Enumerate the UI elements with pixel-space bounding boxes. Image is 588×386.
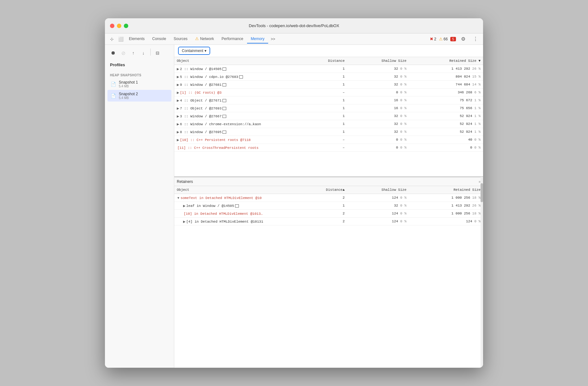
top-table-row[interactable]: ▶9 :: Window / @27681 1 32 0 % 744 684 1… — [174, 81, 483, 89]
tab-network[interactable]: ⚠ Network — [191, 34, 218, 44]
close-button[interactable] — [110, 24, 114, 28]
more-tabs-button[interactable]: >> — [268, 36, 278, 43]
cell-object: ▶2 :: Window / @14505 — [174, 65, 310, 73]
bottom-table-row[interactable]: ▶leaf in Window / @14505 1 32 0 % 1 413 … — [174, 202, 483, 210]
profiles-title: Profiles — [107, 61, 171, 68]
minimize-button[interactable] — [117, 24, 121, 28]
scrollbar-thumb[interactable] — [481, 183, 483, 202]
cell-distance: 1 — [310, 128, 347, 136]
col-retained-header[interactable]: Retained Size ▼ — [409, 57, 483, 65]
cell-retained: 1 413 292 26 % — [409, 65, 483, 73]
window-icon — [222, 67, 226, 71]
cell-retained: 124 0 % — [409, 218, 483, 225]
containment-dropdown[interactable]: Containment ▾ — [178, 47, 210, 55]
retainer-col-retained-header[interactable]: Retained Size — [409, 186, 483, 194]
cell-shallow: 32 0 % — [347, 65, 409, 73]
top-table-body: ▶2 :: Window / @14505 1 32 0 % 1 413 292… — [174, 65, 483, 152]
cell-retained: 804 024 15 % — [409, 73, 483, 81]
snapshot-2-item[interactable]: 📄 Snapshot 2 5.4 MB — [107, 90, 171, 102]
cell-retained: 75 656 1 % — [409, 104, 483, 112]
top-table-row[interactable]: ▶[1] :: (GC roots) @3 – 0 0 % 346 268 6 … — [174, 89, 483, 96]
info-badge[interactable]: 5 — [450, 37, 456, 41]
cell-shallow: 0 0 % — [347, 144, 409, 152]
devtools-window: DevTools - codepen.io/web-dot-dev/live/P… — [105, 18, 483, 368]
object-text: 3 :: Window / @27667 — [180, 114, 222, 118]
top-table-row[interactable]: [11] :: C++ CrossThreadPersistent roots … — [174, 144, 483, 152]
download-button[interactable]: ↓ — [139, 49, 148, 57]
retainer-col-shallow-header[interactable]: Shallow Size — [347, 186, 409, 194]
nav-tabs: ⊹ ⬜ Elements Console Sources ⚠ Network P… — [105, 33, 483, 45]
retainer-col-object-header: Object — [174, 186, 310, 194]
cell-shallow: 0 0 % — [347, 136, 409, 144]
object-text: leaf in Window / @14505 — [186, 204, 234, 208]
cell-distance: 1 — [310, 104, 347, 112]
upload-button[interactable]: ↑ — [129, 49, 138, 57]
cell-shallow: 32 0 % — [347, 202, 409, 210]
window-icon — [222, 83, 226, 86]
object-text: 8 :: Window / @27695 — [180, 130, 222, 134]
cell-shallow: 32 0 % — [347, 73, 409, 81]
cell-distance: 2 — [310, 194, 347, 202]
cell-distance: 1 — [310, 96, 347, 104]
scrollbar-track[interactable] — [481, 177, 483, 368]
cell-shallow: 16 0 % — [347, 104, 409, 112]
clear-button[interactable]: ⊟ — [153, 49, 162, 57]
cell-shallow: 124 0 % — [347, 194, 409, 202]
chevron-down-icon: ▾ — [205, 49, 206, 53]
expand-icon: ▶ — [177, 67, 179, 71]
top-table-row[interactable]: ▶[10] :: C++ Persistent roots @7118 – 0 … — [174, 136, 483, 144]
top-table-row[interactable]: ▶3 :: Window / @27667 1 32 0 % 52 924 1 … — [174, 112, 483, 120]
cell-object: ▶6 :: Window / chrome-extension://a…kaon — [174, 120, 310, 128]
cell-object: ▶[10] :: C++ Persistent roots @7118 — [174, 136, 310, 144]
col-distance-header[interactable]: Distance — [310, 57, 347, 65]
settings-icon[interactable]: ⚙ — [458, 35, 468, 43]
more-options-icon[interactable]: ⋮ — [470, 35, 481, 43]
record-button[interactable]: ⏺ — [109, 49, 118, 57]
top-table-row[interactable]: ▶4 :: Object / @27671 1 16 0 % 75 672 1 … — [174, 96, 483, 104]
top-table-row[interactable]: ▶7 :: Object / @27693 1 16 0 % 75 656 1 … — [174, 104, 483, 112]
tab-sources[interactable]: Sources — [170, 35, 191, 44]
fullscreen-button[interactable] — [124, 24, 128, 28]
col-shallow-header[interactable]: Shallow Size — [347, 57, 409, 65]
window-icon — [222, 99, 226, 102]
tab-performance[interactable]: Performance — [218, 35, 247, 44]
cell-retained: 346 268 6 % — [409, 89, 483, 96]
top-table-row[interactable]: ▶8 :: Window / @27695 1 32 0 % 52 924 1 … — [174, 128, 483, 136]
window-icon — [222, 131, 226, 134]
window-icon — [235, 204, 239, 208]
top-table-row[interactable]: ▶5 :: Window / cdpn.io @27683 1 32 0 % 8… — [174, 73, 483, 81]
sidebar: ⏺ ⊘ ↑ ↓ ⊟ Profiles HEAP SNAPSHOTS 📄 Snap… — [105, 45, 174, 368]
cell-distance: – — [310, 89, 347, 96]
cell-object: ▶8 :: Window / @27695 — [174, 128, 310, 136]
stop-button[interactable]: ⊘ — [119, 49, 128, 57]
cell-object: [10] in Detached HTMLDivElement @1013… — [174, 210, 310, 218]
sort-desc-icon: ▼ — [478, 59, 481, 63]
top-table-row[interactable]: ▶6 :: Window / chrome-extension://a…kaon… — [174, 120, 483, 128]
top-table-row[interactable]: ▶2 :: Window / @14505 1 32 0 % 1 413 292… — [174, 65, 483, 73]
object-text: someText in Detached HTMLDivElement @10 — [181, 196, 262, 200]
bottom-table-row[interactable]: ▼someText in Detached HTMLDivElement @10… — [174, 194, 483, 202]
inspect-icon[interactable]: ⊹ — [107, 35, 116, 44]
error-badge[interactable]: ✖ 2 — [430, 37, 436, 41]
warning-badge[interactable]: ⚠ 66 — [439, 37, 448, 41]
device-icon[interactable]: ⬜ — [116, 35, 125, 44]
tab-elements[interactable]: Elements — [125, 35, 148, 44]
expand-icon: ▶ — [183, 220, 186, 223]
cell-distance: 1 — [310, 202, 347, 210]
cell-object: ▶[1] :: (GC roots) @3 — [174, 89, 310, 96]
tab-console[interactable]: Console — [148, 35, 170, 44]
expand-icon: ▶ — [177, 107, 179, 110]
retainer-col-distance-header[interactable]: Distance▲ — [310, 186, 347, 194]
object-text: 4 :: Object / @27671 — [180, 99, 222, 102]
bottom-table-row[interactable]: ▶[4] in Detached HTMLDivElement @10131 2… — [174, 218, 483, 225]
cell-distance: – — [310, 136, 347, 144]
cell-shallow: 32 0 % — [347, 81, 409, 89]
tab-memory[interactable]: Memory — [247, 35, 268, 44]
bottom-table-row[interactable]: [10] in Detached HTMLDivElement @1013… 2… — [174, 210, 483, 218]
snapshot-1-item[interactable]: 📄 Snapshot 1 5.4 MB — [107, 78, 171, 90]
cell-object: ▶7 :: Object / @27693 — [174, 104, 310, 112]
cell-object: ▶4 :: Object / @27671 — [174, 96, 310, 104]
window-title: DevTools - codepen.io/web-dot-dev/live/P… — [249, 23, 339, 28]
cell-shallow: 32 0 % — [347, 120, 409, 128]
heap-snapshots-title: HEAP SNAPSHOTS — [107, 71, 171, 78]
